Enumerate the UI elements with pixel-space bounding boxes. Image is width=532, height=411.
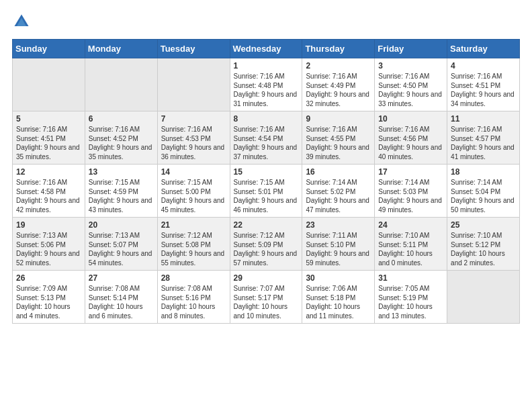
calendar-cell: 10Sunrise: 7:16 AM Sunset: 4:56 PM Dayli…	[375, 111, 447, 165]
day-number: 21	[161, 220, 226, 230]
day-number: 6	[89, 114, 154, 124]
calendar-cell: 30Sunrise: 7:06 AM Sunset: 5:18 PM Dayli…	[302, 271, 375, 324]
day-number: 7	[161, 114, 226, 124]
calendar-cell: 2Sunrise: 7:16 AM Sunset: 4:49 PM Daylig…	[302, 58, 375, 111]
calendar-week-row: 5Sunrise: 7:16 AM Sunset: 4:51 PM Daylig…	[13, 111, 520, 165]
day-info: Sunrise: 7:14 AM Sunset: 5:02 PM Dayligh…	[306, 178, 371, 214]
logo	[12, 12, 34, 31]
calendar-cell: 17Sunrise: 7:14 AM Sunset: 5:03 PM Dayli…	[375, 165, 447, 218]
day-info: Sunrise: 7:14 AM Sunset: 5:04 PM Dayligh…	[451, 178, 516, 214]
calendar-cell: 7Sunrise: 7:16 AM Sunset: 4:53 PM Daylig…	[157, 111, 230, 165]
calendar-cell: 20Sunrise: 7:13 AM Sunset: 5:07 PM Dayli…	[85, 218, 157, 271]
day-info: Sunrise: 7:16 AM Sunset: 4:51 PM Dayligh…	[16, 125, 81, 161]
day-info: Sunrise: 7:16 AM Sunset: 4:52 PM Dayligh…	[89, 125, 154, 161]
day-info: Sunrise: 7:16 AM Sunset: 4:57 PM Dayligh…	[451, 125, 516, 161]
calendar-table: Sunday Monday Tuesday Wednesday Thursday…	[12, 39, 520, 324]
day-number: 15	[234, 167, 299, 177]
day-info: Sunrise: 7:16 AM Sunset: 4:54 PM Dayligh…	[234, 125, 299, 161]
day-info: Sunrise: 7:08 AM Sunset: 5:16 PM Dayligh…	[161, 284, 226, 320]
day-number: 4	[451, 61, 516, 71]
day-info: Sunrise: 7:10 AM Sunset: 5:11 PM Dayligh…	[378, 231, 443, 267]
day-number: 2	[306, 61, 371, 71]
day-info: Sunrise: 7:12 AM Sunset: 5:09 PM Dayligh…	[234, 231, 299, 267]
day-number: 11	[451, 114, 516, 124]
day-number: 16	[306, 167, 371, 177]
day-number: 14	[161, 167, 226, 177]
calendar-cell	[13, 58, 85, 111]
day-number: 24	[378, 220, 443, 230]
calendar-cell: 1Sunrise: 7:16 AM Sunset: 4:48 PM Daylig…	[230, 58, 302, 111]
calendar-week-row: 1Sunrise: 7:16 AM Sunset: 4:48 PM Daylig…	[13, 58, 520, 111]
calendar-cell	[85, 58, 157, 111]
day-number: 1	[234, 61, 299, 71]
day-info: Sunrise: 7:07 AM Sunset: 5:17 PM Dayligh…	[234, 284, 299, 320]
calendar-week-row: 19Sunrise: 7:13 AM Sunset: 5:06 PM Dayli…	[13, 218, 520, 271]
day-info: Sunrise: 7:11 AM Sunset: 5:10 PM Dayligh…	[306, 231, 371, 267]
calendar-cell: 8Sunrise: 7:16 AM Sunset: 4:54 PM Daylig…	[230, 111, 302, 165]
calendar-cell: 12Sunrise: 7:16 AM Sunset: 4:58 PM Dayli…	[13, 165, 85, 218]
day-info: Sunrise: 7:10 AM Sunset: 5:12 PM Dayligh…	[451, 231, 516, 267]
calendar-week-row: 26Sunrise: 7:09 AM Sunset: 5:13 PM Dayli…	[13, 271, 520, 324]
day-info: Sunrise: 7:06 AM Sunset: 5:18 PM Dayligh…	[306, 284, 371, 320]
day-number: 28	[161, 273, 226, 283]
calendar-cell: 6Sunrise: 7:16 AM Sunset: 4:52 PM Daylig…	[85, 111, 157, 165]
day-info: Sunrise: 7:16 AM Sunset: 4:58 PM Dayligh…	[16, 178, 81, 214]
col-friday: Friday	[375, 40, 447, 58]
day-info: Sunrise: 7:16 AM Sunset: 4:48 PM Dayligh…	[234, 72, 299, 108]
page: Sunday Monday Tuesday Wednesday Thursday…	[0, 0, 532, 336]
day-number: 19	[16, 220, 81, 230]
day-info: Sunrise: 7:16 AM Sunset: 4:49 PM Dayligh…	[306, 72, 371, 108]
day-info: Sunrise: 7:16 AM Sunset: 4:56 PM Dayligh…	[378, 125, 443, 161]
day-number: 5	[16, 114, 81, 124]
calendar-cell: 29Sunrise: 7:07 AM Sunset: 5:17 PM Dayli…	[230, 271, 302, 324]
calendar-cell: 28Sunrise: 7:08 AM Sunset: 5:16 PM Dayli…	[157, 271, 230, 324]
logo-icon	[12, 12, 31, 31]
calendar-header-row: Sunday Monday Tuesday Wednesday Thursday…	[13, 40, 520, 58]
day-number: 25	[451, 220, 516, 230]
day-info: Sunrise: 7:16 AM Sunset: 4:50 PM Dayligh…	[378, 72, 443, 108]
calendar-cell: 19Sunrise: 7:13 AM Sunset: 5:06 PM Dayli…	[13, 218, 85, 271]
day-info: Sunrise: 7:16 AM Sunset: 4:55 PM Dayligh…	[306, 125, 371, 161]
day-number: 10	[378, 114, 443, 124]
calendar-cell: 27Sunrise: 7:08 AM Sunset: 5:14 PM Dayli…	[85, 271, 157, 324]
calendar-cell: 14Sunrise: 7:15 AM Sunset: 5:00 PM Dayli…	[157, 165, 230, 218]
day-info: Sunrise: 7:09 AM Sunset: 5:13 PM Dayligh…	[16, 284, 81, 320]
calendar-cell	[157, 58, 230, 111]
col-saturday: Saturday	[447, 40, 520, 58]
day-number: 22	[234, 220, 299, 230]
day-number: 26	[16, 273, 81, 283]
day-info: Sunrise: 7:12 AM Sunset: 5:08 PM Dayligh…	[161, 231, 226, 267]
calendar-cell: 24Sunrise: 7:10 AM Sunset: 5:11 PM Dayli…	[375, 218, 447, 271]
day-number: 29	[234, 273, 299, 283]
day-number: 30	[306, 273, 371, 283]
day-number: 12	[16, 167, 81, 177]
day-info: Sunrise: 7:08 AM Sunset: 5:14 PM Dayligh…	[89, 284, 154, 320]
col-monday: Monday	[85, 40, 157, 58]
day-number: 3	[378, 61, 443, 71]
col-tuesday: Tuesday	[157, 40, 230, 58]
col-sunday: Sunday	[13, 40, 85, 58]
calendar-cell: 15Sunrise: 7:15 AM Sunset: 5:01 PM Dayli…	[230, 165, 302, 218]
day-number: 20	[89, 220, 154, 230]
calendar-cell: 21Sunrise: 7:12 AM Sunset: 5:08 PM Dayli…	[157, 218, 230, 271]
day-info: Sunrise: 7:15 AM Sunset: 5:01 PM Dayligh…	[234, 178, 299, 214]
day-info: Sunrise: 7:15 AM Sunset: 5:00 PM Dayligh…	[161, 178, 226, 214]
calendar-week-row: 12Sunrise: 7:16 AM Sunset: 4:58 PM Dayli…	[13, 165, 520, 218]
calendar-cell: 9Sunrise: 7:16 AM Sunset: 4:55 PM Daylig…	[302, 111, 375, 165]
calendar-cell: 18Sunrise: 7:14 AM Sunset: 5:04 PM Dayli…	[447, 165, 520, 218]
calendar-cell: 16Sunrise: 7:14 AM Sunset: 5:02 PM Dayli…	[302, 165, 375, 218]
day-info: Sunrise: 7:16 AM Sunset: 4:53 PM Dayligh…	[161, 125, 226, 161]
calendar-cell: 23Sunrise: 7:11 AM Sunset: 5:10 PM Dayli…	[302, 218, 375, 271]
day-info: Sunrise: 7:15 AM Sunset: 4:59 PM Dayligh…	[89, 178, 154, 214]
calendar-cell: 5Sunrise: 7:16 AM Sunset: 4:51 PM Daylig…	[13, 111, 85, 165]
calendar-cell: 4Sunrise: 7:16 AM Sunset: 4:51 PM Daylig…	[447, 58, 520, 111]
day-number: 23	[306, 220, 371, 230]
day-number: 17	[378, 167, 443, 177]
day-number: 13	[89, 167, 154, 177]
day-number: 27	[89, 273, 154, 283]
calendar-cell: 3Sunrise: 7:16 AM Sunset: 4:50 PM Daylig…	[375, 58, 447, 111]
day-info: Sunrise: 7:14 AM Sunset: 5:03 PM Dayligh…	[378, 178, 443, 214]
calendar-cell: 26Sunrise: 7:09 AM Sunset: 5:13 PM Dayli…	[13, 271, 85, 324]
day-info: Sunrise: 7:13 AM Sunset: 5:06 PM Dayligh…	[16, 231, 81, 267]
day-number: 18	[451, 167, 516, 177]
